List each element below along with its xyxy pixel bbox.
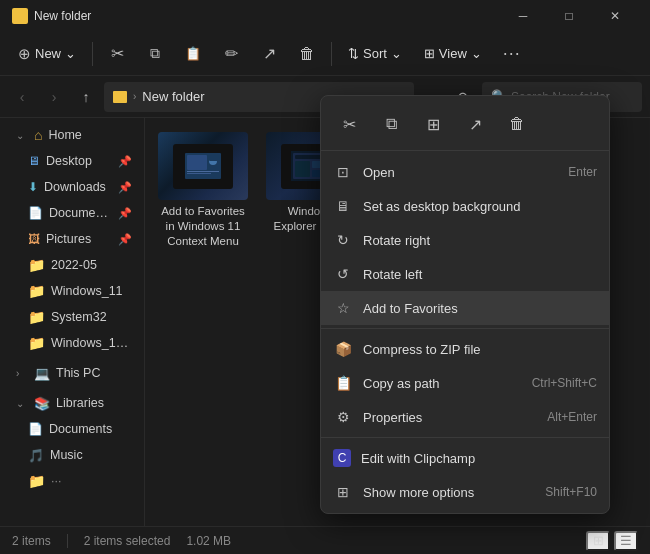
- ctx-copypath-icon: 📋: [333, 373, 353, 393]
- ctx-separator-1: [321, 328, 609, 329]
- sidebar-item-libraries[interactable]: ⌄ 📚 Libraries: [4, 390, 140, 416]
- path-text: New folder: [142, 89, 204, 104]
- sort-button[interactable]: ⇅ Sort ⌄: [338, 41, 412, 66]
- sidebar-item-sys32[interactable]: 📁 System32: [4, 304, 140, 330]
- pin-icon-pictures: 📌: [118, 233, 132, 246]
- more-options-button[interactable]: ···: [494, 36, 530, 72]
- delete-button[interactable]: 🗑: [289, 36, 325, 72]
- title-bar: New folder ─ □ ✕: [0, 0, 650, 32]
- svg-rect-3: [187, 171, 219, 172]
- sidebar-item-lib-music[interactable]: 🎵 Music: [4, 442, 140, 468]
- title-text: New folder: [34, 9, 91, 23]
- ctx-copypath-item[interactable]: 📋 Copy as path Ctrl+Shift+C: [321, 366, 609, 400]
- ctx-rotate-left-label: Rotate left: [363, 267, 597, 282]
- ctx-copymove-icon: ⊞: [427, 115, 440, 134]
- home-icon: ⌂: [34, 127, 42, 143]
- maximize-button[interactable]: □: [546, 0, 592, 32]
- cut-icon: ✂: [111, 44, 124, 63]
- ctx-more-options-item[interactable]: ⊞ Show more options Shift+F10: [321, 475, 609, 509]
- thispc-chevron-icon: ›: [16, 368, 28, 379]
- sidebar-item-more[interactable]: 📁 ···: [4, 468, 140, 494]
- path-chevron-icon: ›: [133, 91, 136, 102]
- folder-icon-win11: 📁: [28, 283, 45, 299]
- libraries-chevron-icon: ⌄: [16, 398, 28, 409]
- share-button[interactable]: ↗: [251, 36, 287, 72]
- back-button[interactable]: ‹: [8, 83, 36, 111]
- svg-rect-2: [187, 155, 207, 170]
- status-bar: 2 items 2 items selected 1.02 MB ⊞ ☰: [0, 526, 650, 554]
- up-button[interactable]: ↑: [72, 83, 100, 111]
- libraries-icon: 📚: [34, 396, 50, 411]
- ctx-more-options-label: Show more options: [363, 485, 535, 500]
- copy-icon: ⧉: [150, 45, 160, 62]
- sidebar-item-win11[interactable]: 📁 Windows_11: [4, 278, 140, 304]
- ctx-desktop-bg-item[interactable]: 🖥 Set as desktop background: [321, 189, 609, 223]
- new-label: New: [35, 46, 61, 61]
- sidebar-item-documents[interactable]: 📄 Documents 📌: [4, 200, 140, 226]
- toolbar-separator-1: [92, 42, 93, 66]
- ctx-separator-2: [321, 437, 609, 438]
- ctx-desktop-bg-icon: 🖥: [333, 196, 353, 216]
- ctx-rotate-left-item[interactable]: ↺ Rotate left: [321, 257, 609, 291]
- sidebar-more-label: ···: [51, 474, 132, 488]
- forward-button[interactable]: ›: [40, 83, 68, 111]
- sidebar-item-2022[interactable]: 📁 2022-05: [4, 252, 140, 278]
- ctx-more-options-icon: ⊞: [333, 482, 353, 502]
- ctx-delete-icon: 🗑: [509, 115, 525, 133]
- ctx-properties-label: Properties: [363, 410, 537, 425]
- ctx-copymove-button[interactable]: ⊞: [415, 106, 451, 142]
- ctx-copy-button[interactable]: ⧉: [373, 106, 409, 142]
- download-icon: ⬇: [28, 180, 38, 194]
- sidebar-item-desktop[interactable]: 🖥 Desktop 📌: [4, 148, 140, 174]
- ctx-open-item[interactable]: ⊡ Open Enter: [321, 155, 609, 189]
- file-item-1[interactable]: Add to Favorites in Windows 11 Context M…: [153, 126, 253, 255]
- sidebar-item-thispc[interactable]: › 💻 This PC: [4, 360, 140, 386]
- ctx-rotate-right-item[interactable]: ↻ Rotate right: [321, 223, 609, 257]
- view-grid-button[interactable]: ⊞: [586, 531, 610, 551]
- status-bar-right: ⊞ ☰: [586, 531, 638, 551]
- folder-icon-sys32: 📁: [28, 309, 45, 325]
- sidebar-lib-docs-label: Documents: [49, 422, 132, 436]
- path-folder-icon: [113, 91, 127, 103]
- new-chevron: ⌄: [65, 46, 76, 61]
- close-button[interactable]: ✕: [592, 0, 638, 32]
- minimize-button[interactable]: ─: [500, 0, 546, 32]
- ctx-open-icon: ⊡: [333, 162, 353, 182]
- paste-button[interactable]: 📋: [175, 36, 211, 72]
- ctx-cut-button[interactable]: ✂: [331, 106, 367, 142]
- toolbar: ⊕ New ⌄ ✂ ⧉ 📋 ✏ ↗ 🗑 ⇅ Sort ⌄ ⊞ View ⌄ ··…: [0, 32, 650, 76]
- view-list-button[interactable]: ☰: [614, 531, 638, 551]
- lib-docs-icon: 📄: [28, 422, 43, 436]
- view-button[interactable]: ⊞ View ⌄: [414, 41, 492, 66]
- status-items-count: 2 items: [12, 534, 51, 548]
- view-label: View: [439, 46, 467, 61]
- ctx-copypath-label: Copy as path: [363, 376, 522, 391]
- status-selected-count: 2 items selected: [84, 534, 171, 548]
- copy-button[interactable]: ⧉: [137, 36, 173, 72]
- sidebar-item-winfile[interactable]: 📁 Windows_11_Fi...: [4, 330, 140, 356]
- rename-button[interactable]: ✏: [213, 36, 249, 72]
- ctx-rotate-right-icon: ↻: [333, 230, 353, 250]
- ctx-compress-item[interactable]: 📦 Compress to ZIP file: [321, 332, 609, 366]
- sidebar-item-downloads[interactable]: ⬇ Downloads 📌: [4, 174, 140, 200]
- ctx-share-button[interactable]: ↗: [457, 106, 493, 142]
- title-folder-icon: [12, 8, 28, 24]
- ctx-delete-button[interactable]: 🗑: [499, 106, 535, 142]
- more-icon: ···: [503, 43, 521, 64]
- ctx-favorites-label: Add to Favorites: [363, 301, 597, 316]
- folder-icon-2022: 📁: [28, 257, 45, 273]
- sidebar-item-lib-docs[interactable]: 📄 Documents: [4, 416, 140, 442]
- ctx-favorites-item[interactable]: ☆ Add to Favorites: [321, 291, 609, 325]
- ctx-more-options-shortcut: Shift+F10: [545, 485, 597, 499]
- view-icon: ⊞: [424, 46, 435, 61]
- cut-button[interactable]: ✂: [99, 36, 135, 72]
- sidebar-lib-music-label: Music: [50, 448, 132, 462]
- folder-icon-more: 📁: [28, 473, 45, 489]
- sidebar-desktop-label: Desktop: [46, 154, 112, 168]
- new-button[interactable]: ⊕ New ⌄: [8, 40, 86, 68]
- sidebar-item-home[interactable]: ⌄ ⌂ Home: [4, 122, 140, 148]
- ctx-properties-item[interactable]: ⚙ Properties Alt+Enter: [321, 400, 609, 434]
- sidebar-item-pictures[interactable]: 🖼 Pictures 📌: [4, 226, 140, 252]
- context-menu: ✂ ⧉ ⊞ ↗ 🗑 ⊡ Open Enter 🖥 Set as desktop …: [320, 95, 610, 514]
- ctx-clipchamp-item[interactable]: C Edit with Clipchamp: [321, 441, 609, 475]
